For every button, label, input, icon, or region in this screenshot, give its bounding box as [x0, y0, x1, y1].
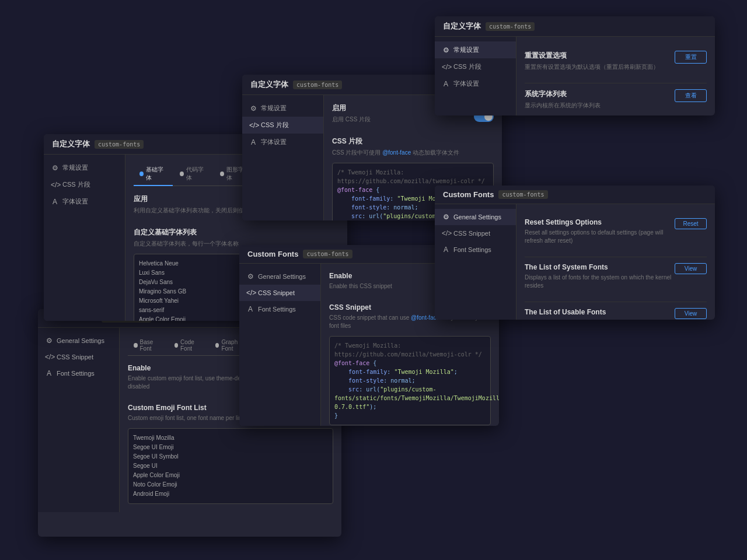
tab-code-font[interactable]: Code Font [169, 336, 208, 356]
gear-icon: ⚙ [246, 272, 254, 281]
panel5-title: 自定义字体 [443, 21, 481, 32]
sidebar-label: Font Settings [453, 246, 491, 253]
font-entry: Noto Color Emoji [133, 480, 328, 489]
panel-custom-fonts-general-zh: 自定义字体 custom-fonts ⚙ 常规设置 </> CSS 片段 A 字… [435, 16, 715, 116]
sidebar4-font[interactable]: A 字体设置 [242, 134, 323, 150]
gear-icon: ⚙ [442, 213, 450, 221]
sidebar-label: CSS 片段 [62, 180, 90, 189]
font-icon: A [442, 246, 450, 254]
settings-row-sysfont-zh: 系统字体列表 显示内核所在系统的字体列表 查看 [525, 83, 707, 116]
sidebar-font-settings[interactable]: A Font Settings [38, 365, 119, 382]
panel-custom-fonts-general-en: Custom Fonts custom-fonts ⚙ General Sett… [435, 186, 715, 320]
font-entry: Segoe UI Symbol [133, 452, 328, 461]
sidebar6-general[interactable]: ⚙ General Settings [435, 209, 516, 225]
emoji-font-list[interactable]: Twemoji Mozilla Segoe UI Emoji Segoe UI … [128, 428, 333, 504]
sidebar-label: General Settings [57, 337, 104, 344]
sidebar2-css[interactable]: </> CSS 片段 [44, 176, 125, 193]
sidebar6-css[interactable]: </> CSS Snippet [435, 225, 516, 242]
sidebar-label: 字体设置 [261, 138, 287, 146]
sidebar4-css[interactable]: </> CSS 片段 [242, 117, 323, 134]
reset-button-zh[interactable]: 重置 [675, 51, 707, 64]
code-icon: </> [249, 121, 257, 130]
settings-row-reset-zh: 重置设置选项 重置所有设置选项为默认选项（重置后将刷新页面） 重置 [525, 45, 707, 83]
sidebar-label: CSS 片段 [261, 121, 289, 130]
settings-row-sysfont-en: The List of System Fonts Displays a list… [525, 257, 707, 302]
font-icon: A [246, 305, 254, 313]
settings-row-usablefont-en: The List of Usable Fonts Displays a list… [525, 302, 707, 320]
font-entry: Android Emoji [133, 489, 328, 499]
panel4-badge: custom-fonts [293, 80, 342, 89]
sidebar3-general[interactable]: ⚙ General Settings [239, 268, 320, 285]
font-entry: Segoe UI [133, 461, 328, 471]
sidebar-label: 字体设置 [62, 197, 88, 206]
sidebar-label: 字体设置 [453, 79, 479, 88]
sidebar4-general[interactable]: ⚙ 常规设置 [242, 100, 323, 117]
sidebar5-font[interactable]: A 字体设置 [435, 75, 516, 92]
sidebar-label: Font Settings [258, 306, 296, 313]
css-code-editor3[interactable]: /* Twemoji Mozilla: https://github.com/m… [329, 336, 491, 425]
gear-icon: ⚙ [249, 104, 257, 113]
code-icon: </> [442, 229, 450, 237]
sidebar-css-snippet[interactable]: </> CSS Snippet [38, 349, 119, 365]
panel6-badge: custom-fonts [498, 190, 547, 199]
gear-icon: ⚙ [51, 164, 59, 172]
font-icon: A [249, 138, 257, 146]
tab2-base[interactable]: 基础字体 [134, 163, 173, 186]
sidebar5-general[interactable]: ⚙ 常规设置 [435, 41, 516, 58]
sidebar6-font[interactable]: A Font Settings [435, 242, 516, 258]
reset-button-en[interactable]: Reset [675, 218, 707, 229]
sidebar2-font[interactable]: A 字体设置 [44, 193, 125, 210]
sidebar3-css[interactable]: </> CSS Snippet [239, 285, 320, 301]
panel4-sidebar: ⚙ 常规设置 </> CSS 片段 A 字体设置 [242, 95, 324, 220]
panel1-sidebar: ⚙ General Settings </> CSS Snippet A Fon… [38, 328, 120, 512]
panel5-content: 重置设置选项 重置所有设置选项为默认选项（重置后将刷新页面） 重置 系统字体列表… [516, 37, 715, 116]
sidebar-label: CSS Snippet [453, 230, 490, 237]
sidebar-label: 常规设置 [453, 46, 479, 54]
sidebar-label: CSS 片段 [453, 62, 481, 71]
sidebar-label: Font Settings [57, 370, 95, 377]
enable4-text: 启用 启用 CSS 片段 [332, 103, 371, 130]
gear-icon: ⚙ [442, 46, 450, 54]
sidebar2-general[interactable]: ⚙ 常规设置 [44, 159, 125, 176]
code-icon: </> [442, 63, 450, 71]
font-icon: A [442, 80, 450, 88]
tab2-code[interactable]: 代码字体 [174, 163, 213, 186]
snippet-desc4: CSS 片段中可使用 @font-face 动态加载字体文件 [332, 149, 494, 157]
panel6-header: Custom Fonts custom-fonts [435, 186, 715, 204]
view-sysfont-zh[interactable]: 查看 [675, 89, 707, 102]
panel2-sidebar: ⚙ 常规设置 </> CSS 片段 A 字体设置 [44, 155, 125, 321]
code-icon: </> [51, 181, 59, 189]
font-entry: Apple Color Emoji [133, 471, 328, 480]
tab-base-font[interactable]: Base Font [128, 336, 167, 356]
font-entry: Twemoji Mozilla [133, 433, 328, 443]
sidebar-label: CSS Snippet [57, 354, 93, 360]
code-icon: </> [246, 289, 254, 297]
sidebar-label: CSS Snippet [258, 289, 295, 296]
view-usablefont-en[interactable]: View [675, 308, 707, 319]
panel3-sidebar: ⚙ General Settings </> CSS Snippet A Fon… [239, 264, 321, 426]
font-icon: A [45, 369, 53, 377]
view-sysfont-en[interactable]: View [675, 263, 707, 274]
panel5-header: 自定义字体 custom-fonts [435, 16, 715, 37]
enable3-text: Enable Enable this CSS snippet [329, 272, 392, 296]
panel5-sidebar: ⚙ 常规设置 </> CSS 片段 A 字体设置 [435, 37, 516, 116]
sidebar-label: General Settings [258, 273, 306, 280]
panel3-badge: custom-fonts [303, 250, 352, 258]
sidebar-label: 常规设置 [62, 163, 88, 172]
panel6-sidebar: ⚙ General Settings </> CSS Snippet A Fon… [435, 204, 516, 320]
font-icon: A [51, 198, 59, 206]
font-face-link-zh[interactable]: @font-face [382, 149, 411, 156]
sidebar-general-settings[interactable]: ⚙ General Settings [38, 332, 119, 349]
panel3-title: Custom Fonts [247, 250, 298, 258]
panel4-title: 自定义字体 [250, 79, 288, 90]
settings-row-reset-en: Reset Settings Options Reset all setting… [525, 212, 707, 257]
font-entry: Segoe UI Emoji [133, 443, 328, 452]
sidebar-label: General Settings [453, 214, 501, 220]
sidebar3-font[interactable]: A Font Settings [239, 301, 320, 317]
code-icon: </> [45, 353, 53, 361]
panel6-content: Reset Settings Options Reset all setting… [516, 204, 715, 320]
panel2-title: 自定义字体 [52, 139, 90, 149]
panel2-badge: custom-fonts [95, 140, 144, 149]
panel5-badge: custom-fonts [486, 22, 535, 31]
sidebar5-css[interactable]: </> CSS 片段 [435, 58, 516, 75]
